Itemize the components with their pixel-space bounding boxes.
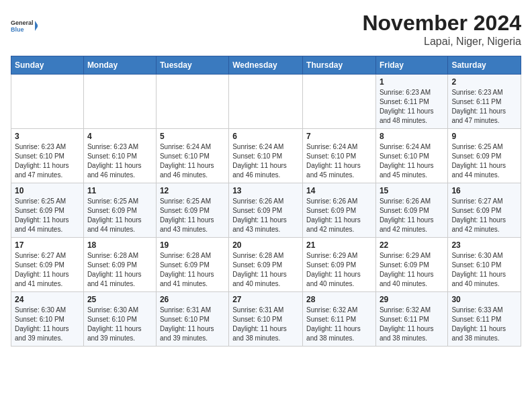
calendar-cell: 29Sunrise: 6:32 AM Sunset: 6:11 PM Dayli… bbox=[375, 292, 447, 347]
day-info: Sunrise: 6:23 AM Sunset: 6:11 PM Dayligh… bbox=[451, 88, 517, 126]
calendar-cell: 23Sunrise: 6:30 AM Sunset: 6:10 PM Dayli… bbox=[448, 238, 521, 292]
header-monday: Monday bbox=[83, 56, 156, 75]
week-row-3: 10Sunrise: 6:25 AM Sunset: 6:09 PM Dayli… bbox=[11, 183, 521, 238]
day-number: 21 bbox=[306, 240, 372, 250]
calendar-cell: 11Sunrise: 6:25 AM Sunset: 6:09 PM Dayli… bbox=[83, 183, 156, 238]
day-number: 26 bbox=[160, 295, 225, 304]
day-info: Sunrise: 6:26 AM Sunset: 6:09 PM Dayligh… bbox=[232, 197, 299, 234]
day-info: Sunrise: 6:24 AM Sunset: 6:10 PM Dayligh… bbox=[380, 142, 444, 180]
svg-text:General: General bbox=[11, 19, 34, 26]
day-number: 16 bbox=[451, 186, 517, 195]
calendar-cell: 24Sunrise: 6:30 AM Sunset: 6:10 PM Dayli… bbox=[11, 292, 84, 347]
day-info: Sunrise: 6:33 AM Sunset: 6:11 PM Dayligh… bbox=[451, 306, 517, 343]
day-info: Sunrise: 6:25 AM Sunset: 6:09 PM Dayligh… bbox=[15, 197, 80, 234]
calendar-cell: 30Sunrise: 6:33 AM Sunset: 6:11 PM Dayli… bbox=[448, 292, 521, 347]
day-info: Sunrise: 6:23 AM Sunset: 6:10 PM Dayligh… bbox=[87, 142, 152, 180]
day-number: 3 bbox=[15, 132, 80, 141]
day-number: 5 bbox=[160, 132, 225, 141]
calendar-cell: 18Sunrise: 6:28 AM Sunset: 6:09 PM Dayli… bbox=[83, 238, 156, 292]
week-row-2: 3Sunrise: 6:23 AM Sunset: 6:10 PM Daylig… bbox=[11, 129, 521, 183]
calendar-cell: 13Sunrise: 6:26 AM Sunset: 6:09 PM Dayli… bbox=[229, 183, 303, 238]
calendar-cell: 16Sunrise: 6:27 AM Sunset: 6:09 PM Dayli… bbox=[448, 183, 521, 238]
day-number: 24 bbox=[15, 295, 80, 304]
day-number: 13 bbox=[232, 186, 299, 195]
calendar-cell: 17Sunrise: 6:27 AM Sunset: 6:09 PM Dayli… bbox=[11, 238, 84, 292]
day-info: Sunrise: 6:30 AM Sunset: 6:10 PM Dayligh… bbox=[451, 251, 517, 289]
day-number: 4 bbox=[87, 132, 152, 141]
day-info: Sunrise: 6:28 AM Sunset: 6:09 PM Dayligh… bbox=[87, 251, 152, 289]
day-info: Sunrise: 6:32 AM Sunset: 6:11 PM Dayligh… bbox=[380, 306, 444, 343]
day-number: 15 bbox=[380, 186, 444, 195]
day-number: 12 bbox=[160, 186, 225, 195]
calendar-cell: 10Sunrise: 6:25 AM Sunset: 6:09 PM Dayli… bbox=[11, 183, 84, 238]
calendar-cell: 14Sunrise: 6:26 AM Sunset: 6:09 PM Dayli… bbox=[303, 183, 376, 238]
day-info: Sunrise: 6:31 AM Sunset: 6:10 PM Dayligh… bbox=[232, 306, 299, 343]
day-info: Sunrise: 6:26 AM Sunset: 6:09 PM Dayligh… bbox=[380, 197, 444, 234]
calendar-table: SundayMondayTuesdayWednesdayThursdayFrid… bbox=[11, 56, 521, 347]
day-info: Sunrise: 6:24 AM Sunset: 6:10 PM Dayligh… bbox=[160, 142, 225, 180]
header-friday: Friday bbox=[375, 56, 447, 75]
week-row-5: 24Sunrise: 6:30 AM Sunset: 6:10 PM Dayli… bbox=[11, 292, 521, 347]
calendar-cell: 4Sunrise: 6:23 AM Sunset: 6:10 PM Daylig… bbox=[83, 129, 156, 183]
page-subtitle: Lapai, Niger, Nigeria bbox=[362, 36, 521, 48]
calendar-cell: 21Sunrise: 6:29 AM Sunset: 6:09 PM Dayli… bbox=[303, 238, 376, 292]
calendar-cell: 2Sunrise: 6:23 AM Sunset: 6:11 PM Daylig… bbox=[448, 75, 521, 129]
day-number: 28 bbox=[306, 295, 372, 304]
day-number: 14 bbox=[306, 186, 372, 195]
calendar-cell: 5Sunrise: 6:24 AM Sunset: 6:10 PM Daylig… bbox=[156, 129, 228, 183]
day-number: 1 bbox=[380, 77, 444, 87]
calendar-cell: 7Sunrise: 6:24 AM Sunset: 6:10 PM Daylig… bbox=[303, 129, 376, 183]
calendar-header-row: SundayMondayTuesdayWednesdayThursdayFrid… bbox=[11, 56, 521, 75]
week-row-4: 17Sunrise: 6:27 AM Sunset: 6:09 PM Dayli… bbox=[11, 238, 521, 292]
calendar-cell: 3Sunrise: 6:23 AM Sunset: 6:10 PM Daylig… bbox=[11, 129, 84, 183]
header-tuesday: Tuesday bbox=[156, 56, 228, 75]
day-number: 10 bbox=[15, 186, 80, 195]
calendar-cell: 15Sunrise: 6:26 AM Sunset: 6:09 PM Dayli… bbox=[375, 183, 447, 238]
day-number: 7 bbox=[306, 132, 372, 141]
header-sunday: Sunday bbox=[11, 56, 84, 75]
svg-text:Blue: Blue bbox=[11, 26, 24, 33]
day-number: 25 bbox=[87, 295, 152, 304]
header-thursday: Thursday bbox=[303, 56, 376, 75]
day-number: 27 bbox=[232, 295, 299, 304]
day-number: 22 bbox=[380, 240, 444, 250]
header-saturday: Saturday bbox=[448, 56, 521, 75]
day-info: Sunrise: 6:25 AM Sunset: 6:09 PM Dayligh… bbox=[451, 142, 517, 180]
day-info: Sunrise: 6:24 AM Sunset: 6:10 PM Dayligh… bbox=[232, 142, 299, 180]
title-block: November 2024 Lapai, Niger, Nigeria bbox=[362, 11, 521, 48]
page-title: November 2024 bbox=[362, 11, 521, 36]
logo: General Blue bbox=[11, 11, 38, 41]
calendar-cell bbox=[11, 75, 84, 129]
day-info: Sunrise: 6:29 AM Sunset: 6:09 PM Dayligh… bbox=[306, 251, 372, 289]
day-number: 29 bbox=[380, 295, 444, 304]
day-number: 8 bbox=[380, 132, 444, 141]
calendar-cell: 25Sunrise: 6:30 AM Sunset: 6:10 PM Dayli… bbox=[83, 292, 156, 347]
day-number: 6 bbox=[232, 132, 299, 141]
calendar-cell: 20Sunrise: 6:28 AM Sunset: 6:09 PM Dayli… bbox=[229, 238, 303, 292]
page-header: General Blue November 2024 Lapai, Niger,… bbox=[11, 11, 521, 48]
calendar-cell bbox=[229, 75, 303, 129]
calendar-cell: 19Sunrise: 6:28 AM Sunset: 6:09 PM Dayli… bbox=[156, 238, 228, 292]
day-info: Sunrise: 6:23 AM Sunset: 6:10 PM Dayligh… bbox=[15, 142, 80, 180]
day-number: 11 bbox=[87, 186, 152, 195]
calendar-cell: 26Sunrise: 6:31 AM Sunset: 6:10 PM Dayli… bbox=[156, 292, 228, 347]
calendar-cell: 8Sunrise: 6:24 AM Sunset: 6:10 PM Daylig… bbox=[375, 129, 447, 183]
day-number: 19 bbox=[160, 240, 225, 250]
calendar-cell: 6Sunrise: 6:24 AM Sunset: 6:10 PM Daylig… bbox=[229, 129, 303, 183]
day-number: 18 bbox=[87, 240, 152, 250]
calendar-cell: 1Sunrise: 6:23 AM Sunset: 6:11 PM Daylig… bbox=[375, 75, 447, 129]
day-number: 23 bbox=[451, 240, 517, 250]
day-info: Sunrise: 6:24 AM Sunset: 6:10 PM Dayligh… bbox=[306, 142, 372, 180]
day-info: Sunrise: 6:30 AM Sunset: 6:10 PM Dayligh… bbox=[15, 306, 80, 343]
calendar-cell bbox=[156, 75, 228, 129]
day-number: 2 bbox=[451, 77, 517, 87]
week-row-1: 1Sunrise: 6:23 AM Sunset: 6:11 PM Daylig… bbox=[11, 75, 521, 129]
day-info: Sunrise: 6:26 AM Sunset: 6:09 PM Dayligh… bbox=[306, 197, 372, 234]
day-info: Sunrise: 6:30 AM Sunset: 6:10 PM Dayligh… bbox=[87, 306, 152, 343]
header-wednesday: Wednesday bbox=[229, 56, 303, 75]
day-info: Sunrise: 6:27 AM Sunset: 6:09 PM Dayligh… bbox=[15, 251, 80, 289]
day-info: Sunrise: 6:28 AM Sunset: 6:09 PM Dayligh… bbox=[160, 251, 225, 289]
day-number: 30 bbox=[451, 295, 517, 304]
calendar-body: 1Sunrise: 6:23 AM Sunset: 6:11 PM Daylig… bbox=[11, 75, 521, 347]
day-info: Sunrise: 6:31 AM Sunset: 6:10 PM Dayligh… bbox=[160, 306, 225, 343]
